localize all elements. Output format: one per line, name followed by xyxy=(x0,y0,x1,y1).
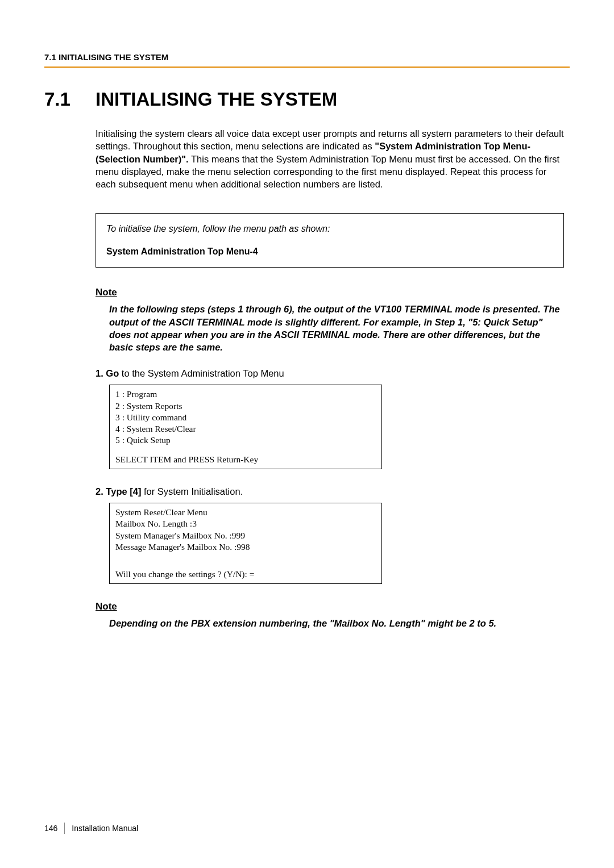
terminal-line: Message Manager's Mailbox No. :998 xyxy=(115,541,376,553)
note-body-2: Depending on the PBX extension numbering… xyxy=(109,617,564,629)
running-header: 7.1 INITIALISING THE SYSTEM xyxy=(44,52,570,66)
terminal-line: Mailbox No. Length :3 xyxy=(115,518,376,529)
footer-divider xyxy=(64,823,65,834)
terminal-line: System Reset/Clear Menu xyxy=(115,507,376,518)
note-heading-2: Note xyxy=(96,601,564,612)
terminal-line: Will you change the settings ? (Y/N): = xyxy=(115,569,376,580)
terminal-gap xyxy=(115,446,376,454)
section-number: 7.1 xyxy=(44,89,96,110)
step-2-action: Type [4] xyxy=(106,486,141,496)
terminal-line: 1 : Program xyxy=(115,389,376,400)
body: Initialising the system clears all voice… xyxy=(96,127,564,629)
terminal-output-2: System Reset/Clear Menu Mailbox No. Leng… xyxy=(109,503,382,584)
terminal-line: SELECT ITEM and PRESS Return-Key xyxy=(115,454,376,465)
step-1-action: Go xyxy=(106,368,119,378)
terminal-line: 3 : Utility command xyxy=(115,412,376,423)
section-title: 7.1INITIALISING THE SYSTEM xyxy=(44,89,570,110)
menu-path-value: System Administration Top Menu-4 xyxy=(106,247,553,257)
step-1-rest: to the System Administration Top Menu xyxy=(119,368,284,378)
menu-path-instruction: To initialise the system, follow the men… xyxy=(106,224,553,234)
menu-path-box: To initialise the system, follow the men… xyxy=(96,213,564,268)
intro-paragraph: Initialising the system clears all voice… xyxy=(96,127,564,190)
step-2-rest: for System Initialisation. xyxy=(141,486,243,496)
terminal-gap xyxy=(115,561,376,569)
terminal-line: 2 : System Reports xyxy=(115,400,376,412)
page-number: 146 xyxy=(44,824,57,833)
terminal-line: 5 : Quick Setup xyxy=(115,435,376,446)
step-2: 2. Type [4] for System Initialisation. xyxy=(96,486,564,497)
terminal-line: 4 : System Reset/Clear xyxy=(115,423,376,435)
step-2-number: 2. xyxy=(96,486,103,496)
terminal-output-1: 1 : Program 2 : System Reports 3 : Utili… xyxy=(109,385,382,469)
step-1: 1. Go to the System Administration Top M… xyxy=(96,368,564,379)
footer: 146 Installation Manual xyxy=(44,823,138,834)
note-heading-1: Note xyxy=(96,287,564,298)
terminal-gap xyxy=(115,553,376,561)
header-rule xyxy=(44,66,570,68)
note-body-1: In the following steps (steps 1 through … xyxy=(109,303,564,353)
step-1-number: 1. xyxy=(96,368,103,378)
document-title: Installation Manual xyxy=(72,824,138,833)
section-heading-text: INITIALISING THE SYSTEM xyxy=(96,89,337,110)
terminal-line: System Manager's Mailbox No. :999 xyxy=(115,530,376,541)
page: 7.1 INITIALISING THE SYSTEM 7.1INITIALIS… xyxy=(0,0,614,667)
